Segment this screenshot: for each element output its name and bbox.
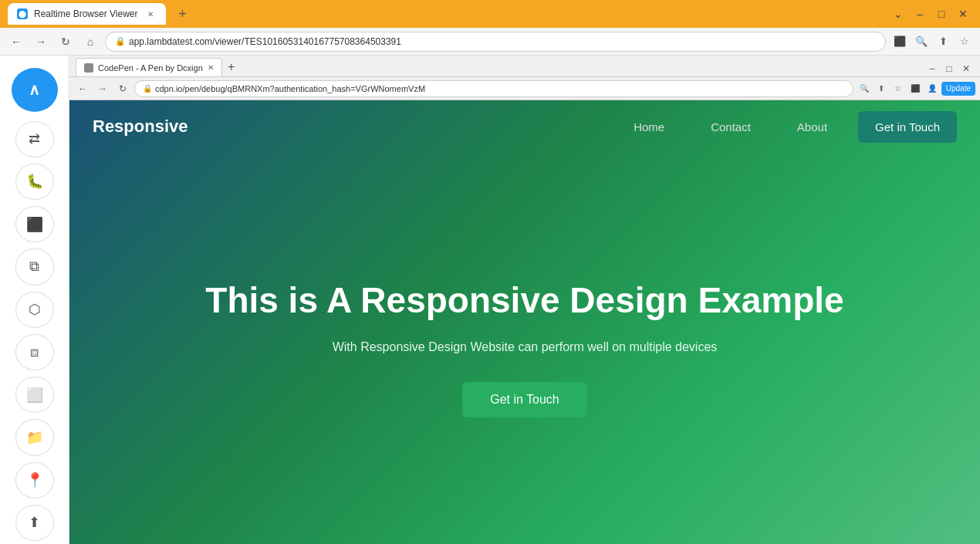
layers-icon-btn[interactable]: ⧉ [15,248,54,285]
folder-icon-btn[interactable]: 📁 [15,419,54,455]
address-icons: ⬛ 🔍 ⬆ ☆ [890,32,974,51]
tab-title: Realtime Browser Viewer [34,8,138,19]
inner-refresh-btn[interactable]: ↻ [114,80,131,97]
nav-link-home[interactable]: Home [634,120,664,133]
bug-icon: 🐛 [26,173,43,190]
folder-icon: 📁 [26,429,43,446]
inner-window-controls: – □ ✕ [924,61,974,76]
update-btn[interactable]: Update [941,82,975,96]
cube-icon-btn[interactable]: ⬡ [15,292,54,328]
os-window-controls: ⌄ – □ ✕ [889,5,972,23]
refresh-btn[interactable]: ↻ [56,32,76,52]
inner-address-url: cdpn.io/pen/debug/qBMRNXm?authentication… [155,84,425,93]
minimize-btn[interactable]: – [911,5,929,23]
address-url: app.lambdatest.com/viewer/TES10160531401… [129,36,401,47]
inner-minimize-btn[interactable]: – [924,61,940,76]
upload-icon: ⬆ [29,514,40,531]
outer-browser: ⬤ Realtime Browser Viewer ✕ + ⌄ – □ ✕ ← … [0,0,980,544]
monitor-icon: ⬜ [26,387,43,404]
close-btn[interactable]: ✕ [954,5,972,23]
website-content: Responsive Home Contact About Get in Tou… [69,100,980,544]
inner-sidebar-icon[interactable]: ⬛ [907,81,923,96]
inner-browser: CodePen - A Pen by Dcxign ✕ + – □ ✕ ← → … [69,56,980,544]
inner-address-input[interactable]: 🔒 cdpn.io/pen/debug/qBMRNXm?authenticati… [134,80,853,97]
inner-close-btn[interactable]: ✕ [958,61,974,76]
sync-icon: ⇄ [29,130,40,147]
back-btn[interactable]: ← [6,32,26,52]
star-icon[interactable]: ☆ [955,32,974,51]
zoom-icon[interactable]: 🔍 [912,32,931,51]
camera-icon-btn[interactable]: ⬛ [15,206,54,242]
os-tab-bar: ⬤ Realtime Browser Viewer ✕ + ⌄ – □ ✕ [0,0,980,28]
website-nav-links: Home Contact About [634,120,827,133]
sync-icon-btn[interactable]: ⇄ [15,121,54,157]
pin-icon-btn[interactable]: 📍 [15,462,54,498]
hero-subtitle: With Responsive Design Website can perfo… [333,340,718,354]
nav-link-about[interactable]: About [797,120,827,133]
inner-tab-favicon [84,63,93,73]
inner-star-icon[interactable]: ☆ [890,81,906,96]
lock-icon: 🔒 [115,36,126,46]
inner-share-icon[interactable]: ⬆ [874,81,889,96]
upload-icon-btn[interactable]: ⬆ [15,505,54,541]
share-icon[interactable]: ⬆ [934,32,952,51]
hero-title: This is A Responsive Design Example [205,279,843,322]
maximize-btn[interactable]: □ [932,5,951,23]
inner-tab-close-btn[interactable]: ✕ [208,63,214,72]
website-logo: Responsive [93,117,188,137]
pin-icon: 📍 [26,471,43,488]
address-bar-row: ← → ↻ ⌂ 🔒 app.lambdatest.com/viewer/TES1… [0,28,980,56]
new-tab-btn[interactable]: + [172,3,194,25]
sidebar: ∧ ⇄ 🐛 ⬛ ⧉ ⬡ ⧈ ⬜ 📁 [0,56,69,544]
inner-user-icon[interactable]: 👤 [924,81,940,96]
sidebar-top-button[interactable]: ∧ [12,68,58,112]
inner-address-row: ← → ↻ 🔒 cdpn.io/pen/debug/qBMRNXm?authen… [69,77,980,100]
forward-btn[interactable]: → [31,32,51,52]
inner-restore-btn[interactable]: □ [941,61,957,76]
website-header-cta-btn[interactable]: Get in Touch [858,111,957,143]
inner-tab-title: CodePen - A Pen by Dcxign [98,63,203,73]
inner-tab-bar: CodePen - A Pen by Dcxign ✕ + – □ ✕ [69,56,980,77]
website-hero: This is A Responsive Design Example With… [69,153,980,544]
monitor-icon-btn[interactable]: ⬜ [15,377,54,413]
hero-cta-btn[interactable]: Get in Touch [462,382,587,417]
layers-icon: ⧉ [29,258,39,275]
inner-zoom-icon[interactable]: 🔍 [857,81,872,96]
inner-new-tab-btn[interactable]: + [222,58,241,76]
home-btn[interactable]: ⌂ [80,32,100,52]
website-nav: Responsive Home Contact About Get in Tou… [69,100,980,153]
tab-close-btn[interactable]: ✕ [144,8,157,20]
dropdown-btn[interactable]: ⌄ [889,5,907,23]
inner-forward-btn[interactable]: → [94,80,111,97]
cube-icon: ⬡ [29,301,41,318]
os-active-tab[interactable]: ⬤ Realtime Browser Viewer ✕ [8,3,166,25]
address-input[interactable]: 🔒 app.lambdatest.com/viewer/TES101605314… [105,32,886,52]
copy-icon-btn[interactable]: ⧈ [15,334,54,370]
nav-link-contact[interactable]: Contact [711,120,751,133]
inner-lock-icon: 🔒 [143,84,152,93]
main-area: ∧ ⇄ 🐛 ⬛ ⧉ ⬡ ⧈ ⬜ 📁 [0,56,980,544]
tab-favicon: ⬤ [17,8,28,19]
inner-addr-icons: 🔍 ⬆ ☆ ⬛ 👤 Update [857,81,975,96]
inner-active-tab[interactable]: CodePen - A Pen by Dcxign ✕ [76,58,222,76]
camera-icon: ⬛ [26,216,43,233]
bookmark-icon[interactable]: ⬛ [890,32,909,51]
inner-back-btn[interactable]: ← [74,80,91,97]
copy-icon: ⧈ [30,344,39,360]
bug-icon-btn[interactable]: 🐛 [15,164,54,200]
